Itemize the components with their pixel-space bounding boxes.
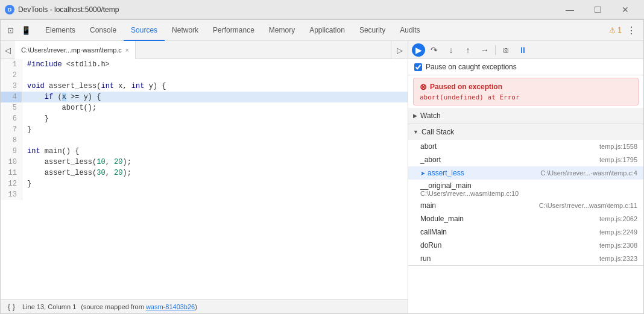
source-file-tab[interactable]: C:\Users\rrever...mp-wasm\temp.c × bbox=[15, 41, 136, 59]
format-button[interactable]: { } bbox=[5, 301, 17, 313]
code-status-bar: { } Line 13, Column 1 (source mapped fro… bbox=[1, 299, 408, 313]
toolbar-separator bbox=[495, 45, 496, 55]
debugger-scroll-area[interactable]: Pause on caught exceptions ⊗ Paused on e… bbox=[408, 59, 643, 313]
table-row: 1 #include <stdlib.h> bbox=[1, 59, 408, 70]
list-item[interactable]: __original_main C:\Users\rrever...wasm\t… bbox=[408, 180, 643, 199]
table-row: 12 } bbox=[1, 178, 408, 189]
more-options-button[interactable]: ⋮ bbox=[624, 23, 639, 37]
tab-console[interactable]: Console bbox=[83, 20, 124, 41]
error-icon: ⊗ bbox=[420, 82, 427, 92]
source-map-close: ) bbox=[195, 303, 197, 310]
exception-message: abort(undefined) at Error bbox=[420, 93, 632, 101]
table-row: 13 bbox=[1, 189, 408, 200]
call-stack-section-header[interactable]: ▼ Call Stack bbox=[408, 124, 643, 140]
table-row: 11 assert_less(30, 20); bbox=[1, 168, 408, 178]
source-tab-spacer bbox=[136, 41, 391, 58]
source-map-text: (source mapped from bbox=[81, 303, 146, 310]
list-item[interactable]: doRun temp.js:2308 bbox=[408, 239, 643, 252]
pause-button[interactable]: ⏸ bbox=[515, 43, 531, 57]
call-stack-label: Call Stack bbox=[421, 128, 454, 136]
exception-title: ⊗ Paused on exception bbox=[420, 82, 632, 92]
current-frame-arrow: ➤ bbox=[420, 170, 425, 177]
window-title: DevTools - localhost:5000/temp bbox=[18, 5, 556, 14]
tab-memory[interactable]: Memory bbox=[262, 20, 302, 41]
table-row: 4 if (x >= y) { bbox=[1, 92, 408, 102]
list-item[interactable]: _abort temp.js:1795 bbox=[408, 153, 643, 166]
toggle-panel-button[interactable]: ⊡ bbox=[3, 23, 17, 37]
deactivate-breakpoints-button[interactable]: ⦻ bbox=[498, 43, 514, 57]
tab-sources[interactable]: Sources bbox=[124, 20, 165, 41]
pause-on-exceptions-checkbox[interactable] bbox=[414, 63, 422, 71]
devtools-window: ⊡ 📱 Elements Console Sources Network Per… bbox=[0, 19, 644, 314]
source-tab-right-button[interactable]: ▷ bbox=[391, 41, 408, 59]
step-into-button[interactable]: ↓ bbox=[443, 43, 459, 57]
source-map-info: (source mapped from wasm-81403b26) bbox=[81, 303, 197, 310]
source-tab-close[interactable]: × bbox=[125, 47, 129, 54]
source-tab-bar: ◁ C:\Users\rrever...mp-wasm\temp.c × ▷ bbox=[1, 41, 408, 59]
mobile-toggle-button[interactable]: 📱 bbox=[19, 23, 33, 37]
table-row: 10 assert_less(10, 20); bbox=[1, 157, 408, 168]
call-stack-section: ▼ Call Stack abort temp.js:1558 bbox=[408, 124, 643, 266]
tab-application[interactable]: Application bbox=[302, 20, 352, 41]
table-row: 6 } bbox=[1, 113, 408, 124]
cursor-position: Line 13, Column 1 bbox=[22, 303, 76, 310]
tab-elements[interactable]: Elements bbox=[38, 20, 83, 41]
step-out-button[interactable]: ↑ bbox=[460, 43, 476, 57]
call-stack-triangle-icon: ▼ bbox=[413, 129, 418, 135]
code-lines: 1 #include <stdlib.h> 2 3 void assert_le… bbox=[1, 59, 408, 200]
window-controls: — ☐ ✕ bbox=[556, 0, 639, 19]
watch-section: ▶ Watch bbox=[408, 108, 643, 124]
minimize-button[interactable]: — bbox=[556, 0, 584, 19]
resume-button[interactable]: ▶ bbox=[412, 43, 425, 57]
exception-title-text: Paused on exception bbox=[430, 83, 502, 91]
maximize-button[interactable]: ☐ bbox=[584, 0, 611, 19]
tab-performance[interactable]: Performance bbox=[206, 20, 262, 41]
warning-count: 1 bbox=[617, 26, 622, 34]
watch-triangle-icon: ▶ bbox=[413, 113, 417, 119]
source-map-link[interactable]: wasm-81403b26 bbox=[146, 303, 195, 310]
list-item[interactable]: abort temp.js:1558 bbox=[408, 140, 643, 153]
close-button[interactable]: ✕ bbox=[611, 0, 639, 19]
table-row: 8 bbox=[1, 135, 408, 146]
list-item[interactable]: callMain temp.js:2249 bbox=[408, 225, 643, 239]
tab-bar-right: ⚠ 1 ⋮ bbox=[609, 20, 643, 40]
title-bar: D DevTools - localhost:5000/temp — ☐ ✕ bbox=[0, 0, 644, 19]
devtools-icon: D bbox=[5, 5, 14, 14]
list-item[interactable]: ➤ assert_less C:\Users\rrever...-wasm\te… bbox=[408, 166, 643, 180]
table-row: 3 void assert_less(int x, int y) { bbox=[1, 81, 408, 92]
tab-network[interactable]: Network bbox=[165, 20, 206, 41]
content-area: ◁ C:\Users\rrever...mp-wasm\temp.c × ▷ 1… bbox=[1, 41, 643, 313]
source-file-name: C:\Users\rrever...mp-wasm\temp.c bbox=[21, 46, 122, 54]
main-tab-bar: ⊡ 📱 Elements Console Sources Network Per… bbox=[1, 20, 643, 41]
pause-exceptions-section: Pause on caught exceptions bbox=[408, 59, 643, 75]
table-row: 9 int main() { bbox=[1, 146, 408, 157]
watch-label: Watch bbox=[420, 111, 441, 120]
warning-badge[interactable]: ⚠ 1 bbox=[609, 26, 622, 34]
list-item[interactable]: Module_main temp.js:2062 bbox=[408, 212, 643, 225]
list-item[interactable]: main C:\Users\rrever...wasm\temp.c:11 bbox=[408, 199, 643, 212]
warning-icon: ⚠ bbox=[609, 26, 616, 34]
exception-banner: ⊗ Paused on exception abort(undefined) a… bbox=[413, 78, 639, 105]
table-row: 2 bbox=[1, 70, 408, 81]
code-area[interactable]: 1 #include <stdlib.h> 2 3 void assert_le… bbox=[1, 59, 408, 299]
step-button[interactable]: → bbox=[477, 43, 493, 57]
table-row: 5 abort(); bbox=[1, 102, 408, 113]
call-stack-list: abort temp.js:1558 _abort temp.js:1795 bbox=[408, 140, 643, 265]
pause-on-exceptions-label: Pause on caught exceptions bbox=[426, 63, 517, 71]
debugger-panel: ▶ ↷ ↓ ↑ → ⦻ ⏸ Pause on caught exceptions bbox=[408, 41, 643, 313]
debugger-toolbar: ▶ ↷ ↓ ↑ → ⦻ ⏸ bbox=[408, 41, 643, 59]
watch-section-header[interactable]: ▶ Watch bbox=[408, 108, 643, 124]
code-panel: ◁ C:\Users\rrever...mp-wasm\temp.c × ▷ 1… bbox=[1, 41, 408, 313]
step-over-button[interactable]: ↷ bbox=[426, 43, 442, 57]
tab-audits[interactable]: Audits bbox=[393, 20, 427, 41]
tab-security[interactable]: Security bbox=[352, 20, 393, 41]
list-item[interactable]: run temp.js:2323 bbox=[408, 252, 643, 265]
source-back-button[interactable]: ◁ bbox=[1, 41, 15, 59]
tab-nav-controls: ⊡ 📱 bbox=[3, 20, 38, 40]
table-row: 7 } bbox=[1, 124, 408, 135]
